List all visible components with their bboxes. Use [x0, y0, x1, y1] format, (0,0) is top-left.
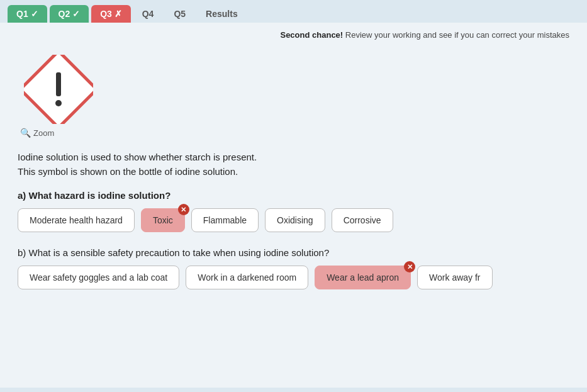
- answer-toxic[interactable]: Toxic ✕: [141, 208, 185, 232]
- answer-corrosive[interactable]: Corrosive: [332, 208, 393, 232]
- question-line1: Iodine solution is used to show whether …: [18, 150, 569, 165]
- part-b-answers: Wear safety goggles and a lab coat Work …: [18, 266, 569, 289]
- answer-flammable[interactable]: Flammable: [191, 208, 259, 232]
- svg-rect-2: [56, 72, 61, 96]
- question-text: Iodine solution is used to show whether …: [18, 150, 569, 179]
- second-chance-bold: Second chance!: [280, 30, 343, 40]
- hazard-symbol-container: 🔍 Zoom: [18, 48, 569, 148]
- tab-q3[interactable]: Q3 ✗: [91, 5, 131, 23]
- answer-goggles[interactable]: Wear safety goggles and a lab coat: [18, 266, 179, 289]
- main-content: Second chance! Review your working and s…: [0, 23, 587, 388]
- zoom-icon: 🔍: [20, 128, 31, 138]
- second-chance-rest: Review your working and see if you can c…: [343, 30, 569, 40]
- zoom-link[interactable]: 🔍 Zoom: [20, 128, 54, 138]
- answer-lead[interactable]: Wear a lead apron ✕: [315, 266, 411, 289]
- tab-results[interactable]: Results: [197, 5, 247, 23]
- answer-away[interactable]: Work away fr: [417, 266, 492, 289]
- answer-oxidising[interactable]: Oxidising: [265, 208, 325, 232]
- tab-q1[interactable]: Q1 ✓: [8, 5, 47, 23]
- zoom-label: Zoom: [33, 128, 54, 138]
- tab-q5[interactable]: Q5: [165, 5, 194, 23]
- question-line2: This symbol is shown on the bottle of io…: [18, 165, 569, 179]
- part-a-answers: Moderate health hazard Toxic ✕ Flammable…: [18, 208, 569, 232]
- tab-q4[interactable]: Q4: [133, 5, 163, 23]
- part-a-label: a) What hazard is iodine solution?: [18, 190, 569, 201]
- wrong-badge-toxic: ✕: [178, 204, 189, 215]
- answer-moderate[interactable]: Moderate health hazard: [18, 208, 135, 232]
- wrong-badge-lead: ✕: [404, 261, 415, 272]
- answer-darkened[interactable]: Work in a darkened room: [186, 266, 308, 289]
- hazard-diamond: [24, 55, 93, 124]
- tab-bar: Q1 ✓ Q2 ✓ Q3 ✗ Q4 Q5 Results: [0, 0, 587, 23]
- svg-point-3: [55, 100, 62, 106]
- tab-q2[interactable]: Q2 ✓: [50, 5, 89, 23]
- part-b-label: b) What is a sensible safety precaution …: [18, 247, 569, 258]
- second-chance-bar: Second chance! Review your working and s…: [18, 30, 569, 40]
